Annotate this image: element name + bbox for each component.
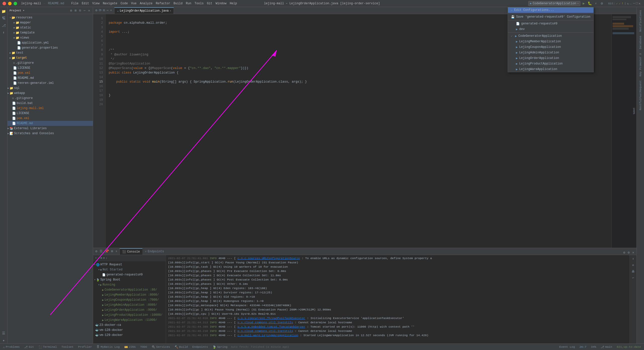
status-profiler[interactable]: Profiler <box>77 345 93 348</box>
service-lejing-member[interactable]: ▶ LejingMemberApplication :8000/ <box>93 292 166 297</box>
menu-vue[interactable]: Vue <box>130 1 138 6</box>
console-wrap-icon[interactable]: ↩ <box>630 275 636 281</box>
services-group-icon[interactable]: ⊞ <box>100 256 102 260</box>
log-class-1[interactable]: c.n.c.sources.URLConfigurationSource <box>237 257 300 260</box>
service-lejing-order[interactable]: ▶ LejingOrderApplication :9000/ <box>93 307 166 312</box>
tree-item-application-yml[interactable]: 📄 application.yml <box>8 40 93 45</box>
favorites-icon[interactable]: ★ <box>1 337 7 343</box>
maximize-button[interactable] <box>14 2 17 5</box>
status-todo[interactable]: TODO <box>139 345 148 348</box>
right-panel-key-promoter[interactable]: Key Promoter X <box>638 51 643 78</box>
right-panel-database[interactable]: Database <box>638 34 643 51</box>
service-lejing-coupon[interactable]: ▶ LejingCouponApplication :7000/ <box>93 297 166 302</box>
bottom-panel-filter-icon[interactable]: ⊞ <box>110 249 114 254</box>
editor-more-icon[interactable]: ⋯ <box>106 8 109 13</box>
tree-item-mapper[interactable]: ▶ 📁 mapper <box>8 20 93 25</box>
bottom-tab-endpoints[interactable]: ⚡ Endpoints <box>142 248 167 255</box>
console-scroll-down-icon[interactable]: ⬇ <box>630 256 636 262</box>
dropdown-coupon-app[interactable]: ▶ LejingCouponApplication <box>508 44 593 50</box>
service-code-gen[interactable]: ▶ CodeGeneratorApplication :80/ <box>93 287 166 292</box>
menu-help[interactable]: Help <box>228 1 238 6</box>
bottom-tab-console[interactable]: ⬛ Console <box>120 248 142 255</box>
services-remove-icon[interactable]: − <box>98 257 100 260</box>
vcs-icon[interactable]: ⎇ <box>1 22 7 29</box>
dropdown-order-app[interactable]: ▶ LejingOrderApplication <box>508 55 593 61</box>
menu-code[interactable]: Code <box>119 1 129 6</box>
dropdown-admin-app[interactable]: ▶ LejingAdminApplication <box>508 50 593 55</box>
dropdown-code-gen-app[interactable]: ✓ ▶ CodeGeneratorApplication <box>508 33 593 39</box>
menu-view[interactable]: View <box>91 1 101 6</box>
services-add-icon[interactable]: + <box>95 257 97 260</box>
menu-navigate[interactable]: Navigate <box>101 1 119 6</box>
bottom-panel-gear-icon[interactable]: ☰ <box>99 249 103 254</box>
tree-item-target[interactable]: ▶ 📁 target <box>8 55 93 60</box>
status-toolset[interactable]: Toolset <box>60 345 74 348</box>
status-event-log[interactable]: Event Log <box>558 345 576 348</box>
menu-tools[interactable]: Tools <box>193 1 205 6</box>
tree-item-readme1[interactable]: 📄 README.md <box>8 76 93 81</box>
structure-icon[interactable]: 🏗 <box>1 15 7 22</box>
bottom-panel-plus-icon[interactable]: + <box>115 249 118 254</box>
tab-close-lejingorder[interactable]: ✕ <box>170 9 171 12</box>
dropdown-member-app[interactable]: ▶ LejingMemberApplication <box>508 39 593 44</box>
service-running[interactable]: ▾ ▶ Running <box>93 282 166 287</box>
tree-item-readme2[interactable]: 📄 README.md <box>8 121 93 126</box>
service-spring-boot[interactable]: ▾ 🍃 Spring Boot <box>93 277 166 282</box>
tree-item-generator-props[interactable]: 📄 generator.properties <box>8 45 93 50</box>
minimize-icon[interactable]: ─ <box>633 2 635 5</box>
run-config-dropdown[interactable]: ▶ CodeGeneratorApplication ▾ <box>528 1 580 6</box>
right-panel-notifications[interactable]: Notifications <box>638 8 643 34</box>
service-vm129[interactable]: 🐳 vm-129-docker <box>93 333 166 338</box>
tree-item-webapp[interactable]: ▶ 📁 webapp <box>8 91 93 96</box>
tree-item-static[interactable]: ▶ 📁 static <box>8 25 93 30</box>
status-spring[interactable]: 🍃 Spring <box>212 345 228 349</box>
tree-item-gitignore2[interactable]: ⊙ .gitignore <box>8 96 93 101</box>
service-http-request[interactable]: ▾ 🌐 HTTP Request <box>93 262 166 267</box>
console-print-icon[interactable]: 🖶 <box>630 269 636 274</box>
service-lejing-ware[interactable]: ▶ LejingWareApplication :11000/ <box>93 318 166 323</box>
dropdown-ware-app[interactable]: ▶ LejingWareApplication <box>508 66 593 72</box>
service-vm128[interactable]: 🐳 vm-128-docker <box>93 328 166 333</box>
close-icon[interactable]: ✕ <box>638 2 640 6</box>
tree-item-sql[interactable]: ▶ 📁 sql <box>8 86 93 91</box>
tree-item-pom1[interactable]: 📄 pom.xml <box>8 71 93 76</box>
service-lejing-product[interactable]: ▶ LejingProductApplication :10000/ <box>93 312 166 318</box>
status-branch[interactable]: ⎇ main <box>600 345 613 349</box>
bottom-settings2-icon[interactable]: ⚙ <box>623 250 626 255</box>
status-line-info[interactable]: 26:7 <box>578 345 587 348</box>
bottom-panel-pin-icon[interactable]: 📌 <box>104 249 110 254</box>
pull-requests-icon[interactable]: ⬆ <box>1 29 7 36</box>
tree-item-lejing-mall-iml[interactable]: 📄 lejing-mall.iml <box>8 106 93 111</box>
status-services[interactable]: 🔌 Services <box>151 345 171 349</box>
bottom-panel-settings-icon[interactable]: ⚙ <box>95 249 98 254</box>
menu-edit[interactable]: Edit <box>80 1 91 6</box>
menu-file[interactable]: File <box>70 1 80 6</box>
log-class-6[interactable]: c.a.mall.ware.LejingWareApplication <box>237 334 298 337</box>
status-jira[interactable]: 🎫 JIRA <box>123 345 137 349</box>
menu-analyze[interactable]: Analyze <box>138 1 154 6</box>
tree-item-external-libs[interactable]: ▶ 📚 External Libraries <box>8 126 93 131</box>
tree-item-scratches[interactable]: ▶ 📝 Scratches and Consoles <box>8 131 93 136</box>
log-class-2[interactable]: o.s.s.concurrent.ThreadPoolTaskExecutor <box>237 317 305 320</box>
status-build[interactable]: 🔨 Build <box>174 345 189 349</box>
tree-item-template[interactable]: ▶ 📁 template <box>8 30 93 35</box>
status-endpoints[interactable]: Endpoints <box>191 345 209 348</box>
editor-sync-icon[interactable]: ⟳ <box>98 8 102 13</box>
tree-item-views[interactable]: ▶ 📁 views <box>8 35 93 40</box>
dropdown-dev[interactable]: ▶ dev <box>508 26 593 32</box>
status-encoding[interactable]: 34% <box>590 345 597 348</box>
menu-git[interactable]: Git <box>205 1 214 6</box>
status-problems[interactable]: ⚠ Problems <box>2 345 21 349</box>
tree-item-resources[interactable]: ▾ 📂 resources <box>8 15 93 20</box>
status-terminal[interactable]: ⬛ Terminal <box>37 345 58 349</box>
right-panel-restful[interactable]: RestfulFastRequest <box>638 78 643 112</box>
menu-run[interactable]: Run <box>184 1 193 6</box>
status-mybatis[interactable]: 🗄 MyBatis Log <box>96 345 121 348</box>
tree-item-build-bat[interactable]: 📄 build.bat <box>8 101 93 106</box>
dropdown-edit-config[interactable]: ✏ Edit Configurations... <box>508 7 593 13</box>
close-button[interactable] <box>3 2 6 5</box>
editor-tab-lejingorder[interactable]: ☕ LejingOrderApplication.java ✕ <box>114 7 174 14</box>
panel-expand-icon[interactable]: ⊞ <box>74 8 77 13</box>
maximize-icon[interactable]: □ <box>636 2 638 5</box>
panel-settings-icon[interactable]: ⚙ <box>69 8 73 13</box>
